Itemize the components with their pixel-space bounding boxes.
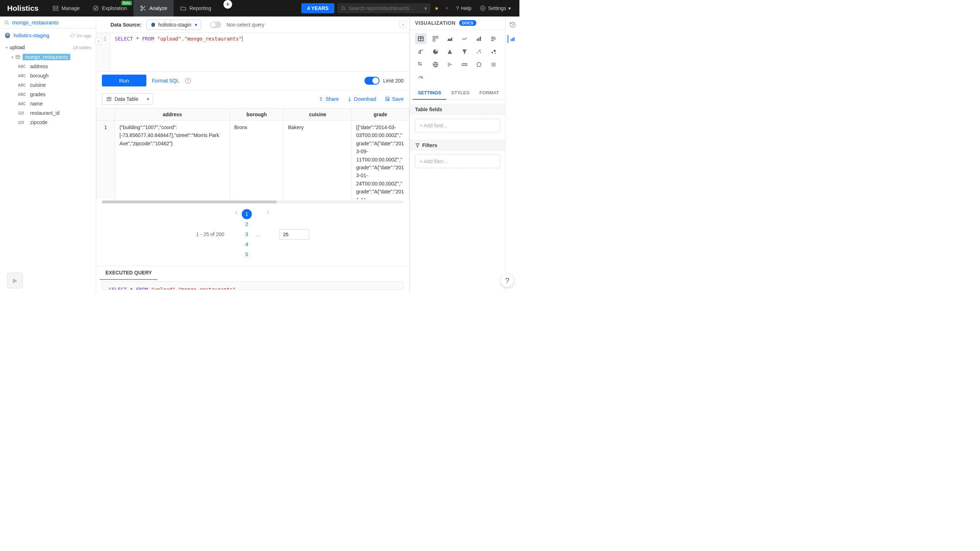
help-link[interactable]: ? Help xyxy=(453,5,474,11)
sidebar-search[interactable] xyxy=(0,16,96,29)
column-header[interactable]: borough xyxy=(230,109,284,121)
horizontal-scrollbar[interactable] xyxy=(102,201,404,204)
sql-code[interactable]: SELECT * FROM "upload"."mongo_restaurant… xyxy=(110,33,247,72)
pager-page[interactable]: 1 xyxy=(242,209,252,219)
chevron-down-icon[interactable]: ▾ xyxy=(424,5,427,11)
expand-panel-button[interactable]: › xyxy=(399,21,406,28)
sidebar-column[interactable]: 123zipcode xyxy=(0,118,96,127)
viz-tab-format[interactable]: FORMAT xyxy=(474,86,504,100)
svg-rect-36 xyxy=(418,52,419,54)
sidebar-database[interactable]: holistics-staging 2m ago xyxy=(0,29,96,42)
pager-page[interactable]: 5 xyxy=(242,249,252,260)
settings-link[interactable]: Settings ▾ xyxy=(477,5,514,11)
docs-badge[interactable]: DOCS xyxy=(459,20,476,26)
share-link[interactable]: ⇪Share xyxy=(319,96,339,102)
viz-tab-settings[interactable]: SETTINGS xyxy=(413,86,446,100)
user-avatar[interactable] xyxy=(7,272,23,288)
column-header[interactable]: cuisine xyxy=(284,109,352,121)
table-row[interactable]: 1 {"building":"1007","coord":[-73.856077… xyxy=(97,121,409,199)
help-icon: ? xyxy=(456,5,459,11)
column-header[interactable]: address xyxy=(115,109,230,121)
result-table: address borough cuisine grade 1 {"buildi… xyxy=(96,108,409,199)
add-filter-button[interactable]: + Add filter... xyxy=(415,154,500,168)
viz-type-select[interactable]: Data Table ▾ xyxy=(102,93,153,105)
sidebar-column[interactable]: ABCgrades xyxy=(0,90,96,99)
sidebar-column[interactable]: 123restaurant_id xyxy=(0,108,96,118)
chart-type-scatter[interactable] xyxy=(473,46,485,57)
viz-tab-styles[interactable]: STYLES xyxy=(446,86,474,100)
pager-next[interactable]: › xyxy=(265,209,271,260)
chart-type-hbar[interactable] xyxy=(488,33,500,44)
star-icon[interactable]: ★ xyxy=(433,5,441,12)
info-icon[interactable]: ? xyxy=(185,78,191,84)
sidebar-column[interactable]: ABCaddress xyxy=(0,62,96,71)
chart-type-bubble[interactable] xyxy=(488,46,500,57)
chart-type-area[interactable] xyxy=(444,33,455,44)
svg-rect-66 xyxy=(513,37,514,41)
chart-type-combo[interactable] xyxy=(415,46,426,57)
chart-type-pyramid[interactable] xyxy=(444,46,455,57)
history-icon[interactable] xyxy=(509,21,517,29)
add-field-button[interactable]: + Add field... xyxy=(415,119,500,132)
chart-type-heatmap[interactable] xyxy=(415,59,426,70)
chart-type-bar[interactable] xyxy=(473,33,485,44)
chart-type-map[interactable] xyxy=(430,59,441,70)
chart-type-table[interactable] xyxy=(415,33,426,44)
run-button[interactable]: Run xyxy=(102,75,146,86)
limit-toggle[interactable] xyxy=(364,77,380,84)
chart-type-pivot[interactable] xyxy=(430,33,441,44)
sql-editor[interactable]: 1 SELECT * FROM "upload"."mongo_restaura… xyxy=(96,33,409,72)
nav-reporting[interactable]: Reporting xyxy=(173,0,218,16)
sidebar-column[interactable]: ABCborough xyxy=(0,71,96,80)
executed-query-tab[interactable]: EXECUTED QUERY xyxy=(100,266,158,280)
pager-page[interactable]: 4 xyxy=(242,239,252,249)
refresh-ago[interactable]: 2m ago xyxy=(70,33,91,38)
help-fab[interactable]: ? xyxy=(501,274,514,287)
format-sql-link[interactable]: Format SQL xyxy=(152,78,179,84)
column-type-badge: ABC xyxy=(18,74,27,78)
nav-exploration[interactable]: Exploration Beta xyxy=(86,0,134,16)
svg-rect-35 xyxy=(491,40,494,41)
table-fields-heading: Table fields xyxy=(410,104,505,115)
download-link[interactable]: ⤓Download xyxy=(348,96,376,102)
global-search[interactable]: ▾ xyxy=(337,3,430,13)
bell-icon[interactable] xyxy=(443,5,450,12)
postgres-icon xyxy=(150,22,156,28)
svg-point-14 xyxy=(5,21,8,24)
sidebar-table[interactable]: ▾ mongo_restaurants xyxy=(0,53,96,62)
column-header[interactable]: grade xyxy=(352,109,409,121)
chevron-down-icon: ▾ xyxy=(11,55,13,59)
collapse-sidebar-button[interactable]: ‹ xyxy=(95,37,102,45)
chart-type-line[interactable] xyxy=(459,33,470,44)
brand-logo[interactable]: Holistics xyxy=(0,4,46,13)
non-select-toggle[interactable] xyxy=(210,22,221,28)
nav-manage[interactable]: Manage xyxy=(46,0,86,16)
chart-type-pie[interactable] xyxy=(430,46,441,57)
chart-type-radar[interactable] xyxy=(473,59,485,70)
sidebar-column[interactable]: ABCname xyxy=(0,99,96,108)
pager-page[interactable]: 3 xyxy=(242,229,252,239)
viz-rail-icon[interactable] xyxy=(508,35,515,43)
svg-line-12 xyxy=(344,9,345,10)
svg-marker-67 xyxy=(13,279,17,283)
page-size-input[interactable] xyxy=(279,229,309,240)
save-link[interactable]: 🖫Save xyxy=(385,96,404,102)
sidebar-schema[interactable]: ▾ upload 18 tables xyxy=(0,42,96,53)
chart-type-funnel[interactable] xyxy=(459,46,470,57)
pager-page[interactable]: 2 xyxy=(242,219,252,229)
datasource-select[interactable]: holistics-stagin ▾ xyxy=(146,20,201,30)
chart-type-kpi[interactable]: 123 xyxy=(459,59,470,70)
pager-prev[interactable]: ‹ xyxy=(233,209,239,260)
sidebar-column[interactable]: ABCcuisine xyxy=(0,80,96,90)
chart-type-gauge[interactable] xyxy=(415,72,426,83)
scrollbar-thumb[interactable] xyxy=(102,201,277,204)
years-button[interactable]: 4 YEARS xyxy=(301,3,334,13)
chart-type-wordcloud[interactable] xyxy=(444,59,455,70)
svg-rect-0 xyxy=(53,6,58,8)
nav-analyze[interactable]: Analyze xyxy=(134,0,173,16)
chart-type-list[interactable] xyxy=(488,59,500,70)
column-name: grades xyxy=(30,91,46,97)
search-input[interactable] xyxy=(348,5,422,11)
add-button[interactable]: + xyxy=(223,0,232,9)
sidebar-search-input[interactable] xyxy=(12,19,91,25)
